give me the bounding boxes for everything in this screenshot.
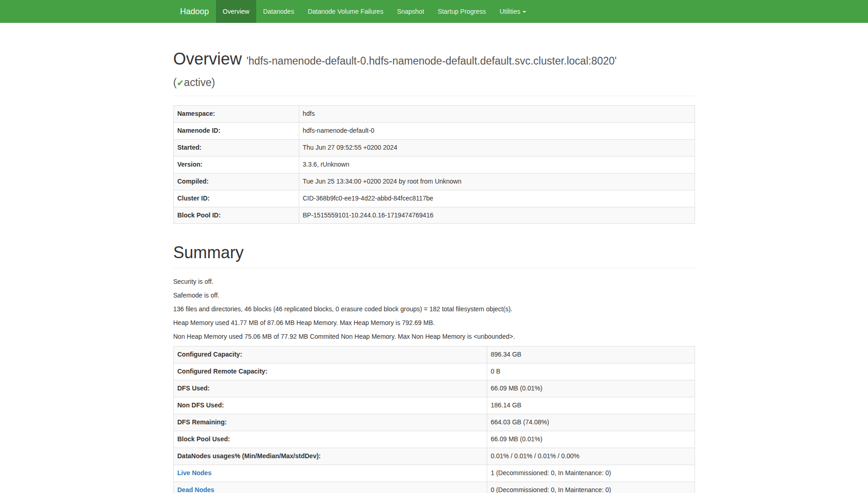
row-value: 0 B [487, 363, 695, 380]
nav-item-startup-progress[interactable]: Startup Progress [431, 0, 493, 23]
row-label: Cluster ID: [173, 190, 299, 207]
table-row: DFS Used: 66.09 MB (0.01%) [173, 380, 695, 397]
row-label: Block Pool Used: [173, 431, 487, 448]
row-label: Configured Capacity: [173, 347, 487, 363]
row-value: hdfs [299, 105, 695, 122]
nav-item-datanodes-wrap: Datanodes [256, 0, 301, 23]
nav-item-utilities-dropdown[interactable]: Utilities [493, 0, 533, 23]
table-row: Configured Remote Capacity: 0 B [173, 363, 695, 380]
nav-item-snapshot-wrap: Snapshot [390, 0, 431, 23]
row-label: Started: [173, 139, 299, 156]
hadoop-brand[interactable]: Hadoop [173, 0, 216, 23]
page-title-text: Overview [173, 49, 242, 68]
row-label: Compiled: [173, 173, 299, 190]
table-row: Non DFS Used: 186.14 GB [173, 397, 695, 414]
table-row: Dead Nodes 0 (Decommissioned: 0, In Main… [173, 482, 695, 493]
table-row: Started: Thu Jun 27 09:52:55 +0200 2024 [173, 139, 695, 156]
filesystem-objects-text: 136 files and directories, 46 blocks (46… [173, 305, 695, 314]
navbar-menu: Overview Datanodes Datanode Volume Failu… [216, 0, 533, 23]
row-value: 664.03 GB (74.08%) [487, 414, 695, 431]
table-row: Block Pool Used: 66.09 MB (0.01%) [173, 431, 695, 448]
table-row: Live Nodes 1 (Decommissioned: 0, In Main… [173, 465, 695, 482]
row-value: 896.34 GB [487, 347, 695, 363]
row-label: Namenode ID: [173, 122, 299, 139]
security-status-text: Security is off. [173, 277, 695, 287]
nav-item-datanode-volume-failures-wrap: Datanode Volume Failures [301, 0, 390, 23]
nav-item-overview[interactable]: Overview [216, 0, 256, 23]
nav-item-utilities-label: Utilities [500, 8, 520, 15]
row-label: Block Pool ID: [173, 207, 299, 224]
nav-item-snapshot[interactable]: Snapshot [390, 0, 431, 23]
dead-nodes-link[interactable]: Dead Nodes [178, 486, 215, 493]
namenode-info-table: Namespace: hdfs Namenode ID: hdfs-nameno… [173, 105, 695, 224]
nav-item-datanodes[interactable]: Datanodes [256, 0, 301, 23]
nav-item-utilities-wrap: Utilities [493, 0, 533, 23]
row-value: BP-1515559101-10.244.0.16-1719474769416 [299, 207, 695, 224]
summary-table: Configured Capacity: 896.34 GB Configure… [173, 346, 695, 493]
row-value: 186.14 GB [487, 397, 695, 414]
row-value: Tue Jun 25 13:34:00 +0200 2024 by root f… [299, 173, 695, 190]
table-row: Namespace: hdfs [173, 105, 695, 122]
table-row: DFS Remaining: 664.03 GB (74.08%) [173, 414, 695, 431]
row-label: Configured Remote Capacity: [173, 363, 487, 380]
row-value: hdfs-namenode-default-0 [299, 122, 695, 139]
check-icon: ✔ [177, 78, 184, 88]
overview-page-header: Overview 'hdfs-namenode-default-0.hdfs-n… [173, 49, 695, 96]
main-content: Overview 'hdfs-namenode-default-0.hdfs-n… [167, 49, 702, 493]
status-active-text: active) [184, 76, 215, 88]
non-heap-memory-text: Non Heap Memory used 75.06 MB of 77.92 M… [173, 332, 695, 341]
row-value: 66.09 MB (0.01%) [487, 380, 695, 397]
row-value: 3.3.6, rUnknown [299, 156, 695, 173]
table-row: Configured Capacity: 896.34 GB [173, 347, 695, 363]
summary-title: Summary [173, 242, 695, 264]
row-value: 66.09 MB (0.01%) [487, 431, 695, 448]
table-row: DataNodes usages% (Min/Median/Max/stdDev… [173, 448, 695, 465]
row-label: Live Nodes [173, 465, 487, 482]
top-navbar: Hadoop Overview Datanodes Datanode Volum… [0, 0, 868, 23]
row-label: Namespace: [173, 105, 299, 122]
namenode-address: 'hdfs-namenode-default-0.hdfs-namenode-d… [247, 55, 617, 67]
namenode-status: (✔active) [173, 76, 215, 88]
table-row: Version: 3.3.6, rUnknown [173, 156, 695, 173]
row-label: Version: [173, 156, 299, 173]
table-row: Compiled: Tue Jun 25 13:34:00 +0200 2024… [173, 173, 695, 190]
caret-down-icon [523, 11, 526, 13]
row-value: 1 (Decommissioned: 0, In Maintenance: 0) [487, 465, 695, 482]
row-label: DataNodes usages% (Min/Median/Max/stdDev… [173, 448, 487, 465]
live-nodes-link[interactable]: Live Nodes [178, 469, 212, 477]
safemode-status-text: Safemode is off. [173, 291, 695, 300]
row-label: DFS Remaining: [173, 414, 487, 431]
row-label: DFS Used: [173, 380, 487, 397]
table-row: Block Pool ID: BP-1515559101-10.244.0.16… [173, 207, 695, 224]
nav-item-startup-progress-wrap: Startup Progress [431, 0, 493, 23]
row-value: 0 (Decommissioned: 0, In Maintenance: 0) [487, 482, 695, 493]
navbar-container: Hadoop Overview Datanodes Datanode Volum… [167, 0, 702, 23]
table-row: Cluster ID: CID-368b9fc0-ee19-4d22-abbd-… [173, 190, 695, 207]
summary-page-header: Summary [173, 242, 695, 268]
nav-item-datanode-volume-failures[interactable]: Datanode Volume Failures [301, 0, 390, 23]
nav-item-overview-wrap: Overview [216, 0, 256, 23]
row-value: 0.01% / 0.01% / 0.01% / 0.00% [487, 448, 695, 465]
row-label: Non DFS Used: [173, 397, 487, 414]
heap-memory-text: Heap Memory used 41.77 MB of 87.06 MB He… [173, 319, 695, 328]
table-row: Namenode ID: hdfs-namenode-default-0 [173, 122, 695, 139]
row-value: CID-368b9fc0-ee19-4d22-abbd-84fcec8117be [299, 190, 695, 207]
page-title: Overview 'hdfs-namenode-default-0.hdfs-n… [173, 49, 695, 92]
row-label: Dead Nodes [173, 482, 487, 493]
row-value: Thu Jun 27 09:52:55 +0200 2024 [299, 139, 695, 156]
